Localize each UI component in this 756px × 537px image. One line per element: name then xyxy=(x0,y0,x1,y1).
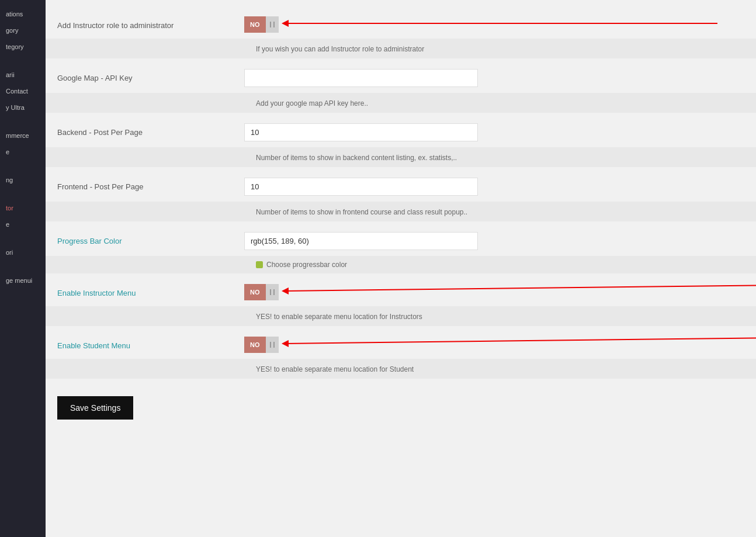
settings-form: Add Instructor role to administrator NO xyxy=(46,0,756,437)
progress-bar-label: Progress Bar Color xyxy=(57,237,122,245)
sidebar-item-ori[interactable]: ori xyxy=(0,244,46,261)
add-instructor-toggle-no[interactable]: NO xyxy=(244,16,266,33)
save-settings-button[interactable]: Save Settings xyxy=(57,396,133,420)
enable-instructor-toggle-handle[interactable] xyxy=(266,284,279,300)
enable-instructor-toggle-wrap: NO xyxy=(244,284,744,300)
main-content: Add Instructor role to administrator NO xyxy=(46,0,756,537)
sidebar-item-mmerce[interactable]: mmerce xyxy=(0,127,46,144)
sidebar-item-ultra[interactable]: y Ultra xyxy=(0,99,46,116)
handle-line-1 xyxy=(270,22,271,27)
arrow-annotation-2 xyxy=(279,279,756,309)
sidebar-item-e1[interactable]: e xyxy=(0,144,46,160)
enable-instructor-hint-row: YES! to enable separate menu location fo… xyxy=(46,306,756,326)
sidebar-item-spacer2 xyxy=(0,116,46,127)
sidebar-item-gory[interactable]: gory xyxy=(0,22,46,39)
backend-post-hint: Number of items to show in backend conte… xyxy=(57,154,457,162)
sidebar: ations gory tegory arii Contact y Ultra … xyxy=(0,0,46,537)
save-row: Save Settings xyxy=(46,379,756,431)
sidebar-item-menui[interactable]: ge menui xyxy=(0,272,46,289)
add-instructor-hint: If you wish you can add Instructor role … xyxy=(57,45,424,53)
sidebar-item-ng[interactable]: ng xyxy=(0,172,46,188)
add-instructor-hint-row: If you wish you can add Instructor role … xyxy=(46,39,756,58)
frontend-post-row: Frontend - Post Per Page Number of items… xyxy=(46,167,756,221)
frontend-post-hint-row: Number of items to show in frontend cour… xyxy=(46,202,756,221)
frontend-post-hint: Number of items to show in frontend cour… xyxy=(57,208,467,216)
svg-line-5 xyxy=(285,338,756,344)
google-map-label: Google Map - API Key xyxy=(57,74,133,82)
add-instructor-row: Add Instructor role to administrator NO xyxy=(46,6,756,58)
backend-post-label: Backend - Post Per Page xyxy=(57,128,143,137)
enable-student-hint-row: YES! to enable separate menu location fo… xyxy=(46,359,756,379)
progress-bar-row: Progress Bar Color Choose progressbar co… xyxy=(46,221,756,273)
sidebar-item-spacer6 xyxy=(0,261,46,272)
sidebar-item-spacer5 xyxy=(0,233,46,244)
frontend-post-label: Frontend - Post Per Page xyxy=(57,182,143,191)
sidebar-item-ations[interactable]: ations xyxy=(0,6,46,22)
google-map-input[interactable] xyxy=(244,69,478,87)
handle-line-5 xyxy=(270,342,271,348)
enable-instructor-toggle-no[interactable]: NO xyxy=(244,284,266,300)
add-instructor-label: Add Instructor role to administrator xyxy=(57,21,174,30)
backend-post-hint-row: Number of items to show in backend conte… xyxy=(46,147,756,167)
enable-student-toggle-wrap: NO xyxy=(244,337,744,353)
frontend-post-input[interactable] xyxy=(244,178,478,196)
svg-line-3 xyxy=(285,285,756,291)
enable-student-toggle-no[interactable]: NO xyxy=(244,337,266,353)
handle-line-2 xyxy=(273,22,275,27)
sidebar-item-tor[interactable]: tor xyxy=(0,200,46,216)
progress-bar-color-swatch xyxy=(256,261,263,268)
progress-bar-hint: Choose progressbar color xyxy=(266,261,347,269)
enable-student-hint: YES! to enable separate menu location fo… xyxy=(57,365,414,373)
progress-bar-hint-row: Choose progressbar color xyxy=(46,256,756,273)
enable-student-row: Enable Student Menu NO xyxy=(46,326,756,379)
enable-instructor-label: Enable Instructor Menu xyxy=(57,289,136,297)
enable-instructor-hint: YES! to enable separate menu location fo… xyxy=(57,313,422,321)
arrow-annotation-1 xyxy=(279,12,747,41)
add-instructor-toggle-handle[interactable] xyxy=(266,16,279,33)
sidebar-item-arii[interactable]: arii xyxy=(0,67,46,83)
sidebar-item-contact[interactable]: Contact xyxy=(0,83,46,99)
sidebar-item-e2[interactable]: e xyxy=(0,216,46,233)
handle-line-3 xyxy=(270,289,271,295)
enable-student-toggle-handle[interactable] xyxy=(266,337,279,353)
sidebar-item-tegory[interactable]: tegory xyxy=(0,39,46,55)
enable-instructor-row: Enable Instructor Menu NO xyxy=(46,273,756,326)
arrow-annotation-3 xyxy=(279,332,756,361)
enable-student-label: Enable Student Menu xyxy=(57,341,130,350)
sidebar-item-spacer1 xyxy=(0,55,46,67)
google-map-hint-row: Add your google map API key here.. xyxy=(46,93,756,113)
progress-bar-input[interactable] xyxy=(244,232,478,250)
handle-line-6 xyxy=(273,342,275,348)
handle-line-4 xyxy=(273,289,275,295)
google-map-hint: Add your google map API key here.. xyxy=(57,99,368,108)
sidebar-item-spacer3 xyxy=(0,160,46,172)
add-instructor-toggle-wrap: NO xyxy=(244,16,744,33)
backend-post-input[interactable] xyxy=(244,123,478,141)
google-map-row: Google Map - API Key Add your google map… xyxy=(46,58,756,113)
backend-post-row: Backend - Post Per Page Number of items … xyxy=(46,113,756,167)
sidebar-item-spacer4 xyxy=(0,188,46,200)
